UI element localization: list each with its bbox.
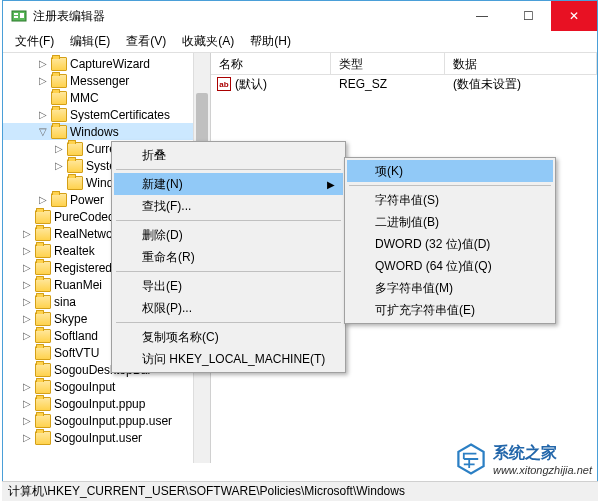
watermark: 系统之家 www.xitongzhijia.net <box>453 441 592 477</box>
expand-icon[interactable]: ▷ <box>19 228 35 239</box>
menu-separator <box>116 169 341 170</box>
tree-label: RuanMei <box>54 278 102 292</box>
menu-edit[interactable]: 编辑(E) <box>62 31 118 52</box>
tree-label: Power <box>70 193 104 207</box>
menu-separator <box>116 220 341 221</box>
list-row[interactable]: ab(默认)REG_SZ(数值未设置) <box>211 75 597 93</box>
menu-view[interactable]: 查看(V) <box>118 31 174 52</box>
submenu-new: 项(K)字符串值(S)二进制值(B)DWORD (32 位)值(D)QWORD … <box>344 157 556 324</box>
value-name: (默认) <box>235 76 267 93</box>
menu-file[interactable]: 文件(F) <box>7 31 62 52</box>
context-menu: 折叠新建(N)▶查找(F)...删除(D)重命名(R)导出(E)权限(P)...… <box>111 141 346 373</box>
menu-item[interactable]: QWORD (64 位)值(Q) <box>347 255 553 277</box>
tree-item[interactable]: ▷SogouInput.ppup <box>3 395 210 412</box>
tree-item[interactable]: MMC <box>3 89 210 106</box>
minimize-button[interactable]: — <box>459 1 505 31</box>
expand-icon[interactable]: ▷ <box>19 262 35 273</box>
menu-item[interactable]: 查找(F)... <box>114 195 343 217</box>
folder-icon <box>35 346 51 360</box>
expand-icon[interactable]: ▽ <box>35 126 51 137</box>
folder-icon <box>51 125 67 139</box>
expand-icon[interactable]: ▷ <box>19 415 35 426</box>
statusbar: 计算机\HKEY_CURRENT_USER\SOFTWARE\Policies\… <box>2 481 598 501</box>
window-controls: — ☐ ✕ <box>459 1 597 31</box>
svg-rect-2 <box>14 16 18 18</box>
string-value-icon: ab <box>217 77 231 91</box>
folder-icon <box>35 227 51 241</box>
menu-help[interactable]: 帮助(H) <box>242 31 299 52</box>
expand-icon[interactable]: ▷ <box>19 381 35 392</box>
folder-icon <box>35 278 51 292</box>
expand-icon[interactable]: ▷ <box>19 398 35 409</box>
tree-label: SogouInput.ppup <box>54 397 145 411</box>
folder-icon <box>51 74 67 88</box>
menu-item[interactable]: 可扩充字符串值(E) <box>347 299 553 321</box>
folder-icon <box>67 142 83 156</box>
expand-icon[interactable]: ▷ <box>35 194 51 205</box>
menu-item[interactable]: 折叠 <box>114 144 343 166</box>
tree-label: Messenger <box>70 74 129 88</box>
expand-icon[interactable]: ▷ <box>19 313 35 324</box>
col-type[interactable]: 类型 <box>331 53 445 74</box>
tree-label: Windows <box>70 125 119 139</box>
menu-item[interactable]: 删除(D) <box>114 224 343 246</box>
expand-icon[interactable]: ▷ <box>19 330 35 341</box>
expand-icon[interactable]: ▷ <box>51 143 67 154</box>
menu-item[interactable]: 二进制值(B) <box>347 211 553 233</box>
expand-icon[interactable]: ▷ <box>35 58 51 69</box>
expand-icon[interactable]: ▷ <box>51 160 67 171</box>
tree-label: SystemCertificates <box>70 108 170 122</box>
folder-icon <box>51 57 67 71</box>
watermark-url: www.xitongzhijia.net <box>493 464 592 476</box>
maximize-button[interactable]: ☐ <box>505 1 551 31</box>
folder-icon <box>35 363 51 377</box>
close-button[interactable]: ✕ <box>551 1 597 31</box>
tree-label: PureCodec <box>54 210 114 224</box>
tree-item[interactable]: ▷SystemCertificates <box>3 106 210 123</box>
tree-label: SogouInput.ppup.user <box>54 414 172 428</box>
tree-label: MMC <box>70 91 99 105</box>
tree-label: SogouInput.user <box>54 431 142 445</box>
expand-icon[interactable]: ▷ <box>19 296 35 307</box>
folder-icon <box>35 414 51 428</box>
expand-icon[interactable]: ▷ <box>19 432 35 443</box>
tree-item[interactable]: ▽Windows <box>3 123 210 140</box>
menu-item[interactable]: 字符串值(S) <box>347 189 553 211</box>
titlebar[interactable]: 注册表编辑器 — ☐ ✕ <box>3 1 597 31</box>
menubar: 文件(F) 编辑(E) 查看(V) 收藏夹(A) 帮助(H) <box>3 31 597 53</box>
expand-icon[interactable]: ▷ <box>19 245 35 256</box>
menu-item[interactable]: 导出(E) <box>114 275 343 297</box>
tree-label: Softland <box>54 329 98 343</box>
menu-item[interactable]: DWORD (32 位)值(D) <box>347 233 553 255</box>
menu-item[interactable]: 重命名(R) <box>114 246 343 268</box>
tree-item[interactable]: ▷SogouInput <box>3 378 210 395</box>
tree-label: CaptureWizard <box>70 57 150 71</box>
menu-item[interactable]: 新建(N)▶ <box>114 173 343 195</box>
menu-favorites[interactable]: 收藏夹(A) <box>174 31 242 52</box>
menu-separator <box>116 271 341 272</box>
menu-item[interactable]: 多字符串值(M) <box>347 277 553 299</box>
tree-item[interactable]: ▷SogouInput.ppup.user <box>3 412 210 429</box>
tree-label: SogouInput <box>54 380 115 394</box>
expand-icon[interactable]: ▷ <box>35 109 51 120</box>
tree-item[interactable]: ▷CaptureWizard <box>3 55 210 72</box>
tree-label: Realtek <box>54 244 95 258</box>
folder-icon <box>35 261 51 275</box>
list-header: 名称 类型 数据 <box>211 53 597 75</box>
svg-rect-3 <box>20 13 24 18</box>
tree-label: SoftVTU <box>54 346 99 360</box>
menu-item[interactable]: 权限(P)... <box>114 297 343 319</box>
expand-icon[interactable]: ▷ <box>35 75 51 86</box>
folder-icon <box>35 380 51 394</box>
tree-item[interactable]: ▷Messenger <box>3 72 210 89</box>
tree-item[interactable]: ▷SogouInput.user <box>3 429 210 446</box>
menu-item[interactable]: 复制项名称(C) <box>114 326 343 348</box>
window-title: 注册表编辑器 <box>33 8 459 25</box>
tree-label: sina <box>54 295 76 309</box>
col-name[interactable]: 名称 <box>211 53 331 74</box>
status-path: 计算机\HKEY_CURRENT_USER\SOFTWARE\Policies\… <box>8 483 405 500</box>
menu-item[interactable]: 项(K) <box>347 160 553 182</box>
col-data[interactable]: 数据 <box>445 53 597 74</box>
expand-icon[interactable]: ▷ <box>19 279 35 290</box>
menu-item[interactable]: 访问 HKEY_LOCAL_MACHINE(T) <box>114 348 343 370</box>
